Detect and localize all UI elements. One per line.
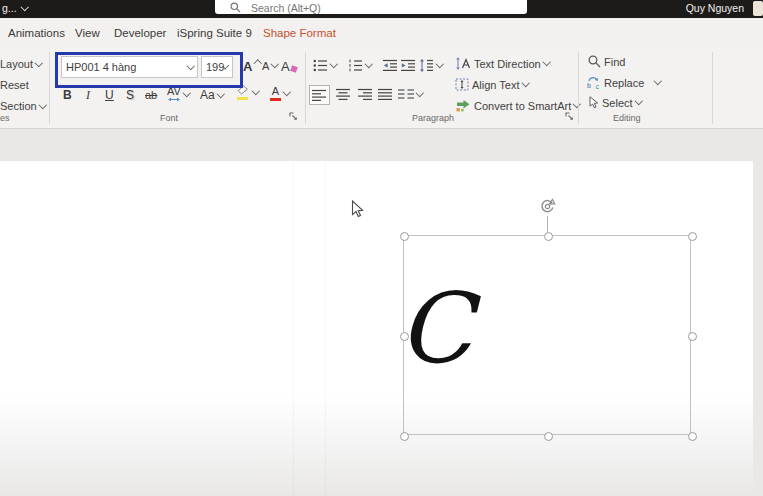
character-spacing-button[interactable]: AV [167, 86, 189, 102]
paragraph-dialog-launcher[interactable] [565, 112, 574, 121]
reset-button[interactable]: Reset [0, 79, 29, 91]
slide-guide-line [293, 161, 294, 496]
resize-handle-middle-right[interactable] [688, 332, 697, 341]
text-direction-button[interactable]: Text Direction [455, 57, 549, 70]
chevron-up-icon [254, 60, 262, 68]
textbox-selection[interactable] [403, 235, 691, 435]
slide-guide-line [325, 161, 326, 496]
user-name[interactable]: Quy Nguyen [686, 2, 744, 14]
file-menu-text: g... [2, 2, 17, 14]
chevron-down-icon [654, 77, 662, 85]
underline-button[interactable]: U [105, 88, 114, 102]
application-window: g... Quy Nguyen Animations View Develope… [0, 0, 763, 496]
chevron-down-icon [186, 62, 194, 70]
group-separator [305, 52, 306, 124]
tab-ispring-suite-9[interactable]: iSpring Suite 9 [177, 18, 252, 48]
rotation-handle[interactable] [538, 197, 557, 216]
svg-text:c: c [596, 83, 600, 90]
bullet-list-icon [313, 59, 328, 72]
increase-font-size-button[interactable]: A [243, 59, 261, 74]
line-spacing-button[interactable] [419, 59, 443, 72]
chevron-down-icon [183, 89, 191, 97]
search-input[interactable] [249, 0, 503, 16]
font-name-combobox[interactable]: HP001 4 hàng [61, 56, 198, 78]
font-color-button[interactable]: A [270, 86, 290, 101]
tab-developer[interactable]: Developer [114, 18, 166, 48]
chevron-down-icon [573, 100, 581, 108]
resize-handle-bottom-middle[interactable] [544, 432, 553, 441]
font-size-combobox[interactable]: 199 [201, 56, 233, 78]
tab-shape-format[interactable]: Shape Format [263, 18, 336, 48]
align-left-icon [312, 89, 327, 102]
resize-handle-bottom-right[interactable] [688, 432, 697, 441]
chevron-down-icon [283, 88, 291, 96]
align-text-button[interactable]: Align Text [455, 78, 528, 91]
ribbon-tab-bar: Animations View Developer iSpring Suite … [0, 18, 763, 48]
ribbon: Layout Reset Section es HP001 4 hàng 199… [0, 48, 763, 129]
align-text-icon [455, 78, 469, 91]
align-right-icon [358, 88, 373, 101]
increase-indent-icon [401, 59, 416, 72]
clear-formatting-button[interactable]: A [281, 59, 297, 74]
decrease-font-size-button[interactable]: A [262, 60, 278, 72]
columns-icon [398, 88, 414, 100]
text-shadow-button[interactable]: S [126, 88, 134, 102]
font-dialog-launcher[interactable] [289, 112, 298, 121]
chevron-down-icon [416, 89, 424, 97]
tab-view[interactable]: View [75, 18, 100, 48]
line-spacing-icon [419, 59, 434, 72]
align-center-button[interactable] [336, 88, 351, 101]
find-icon [588, 55, 601, 68]
highlight-color-bar [237, 97, 248, 100]
numbering-button[interactable] [348, 59, 372, 72]
font-group-label: Font [160, 113, 178, 123]
chevron-down-icon [543, 58, 551, 66]
font-color-bar [270, 98, 281, 101]
change-case-button[interactable]: Aa [200, 88, 223, 102]
bold-button[interactable]: B [63, 88, 72, 102]
strikethrough-button[interactable]: ab [145, 89, 157, 101]
convert-to-smartart-button[interactable]: Convert to SmartArt [455, 99, 580, 112]
group-separator [49, 52, 50, 124]
layout-button[interactable]: Layout [0, 58, 42, 70]
resize-handle-middle-left[interactable] [400, 332, 409, 341]
tab-animations[interactable]: Animations [8, 18, 65, 48]
resize-handle-bottom-left[interactable] [400, 432, 409, 441]
find-button[interactable]: Find [588, 55, 625, 68]
search-box[interactable] [215, 0, 527, 14]
text-direction-icon [455, 57, 471, 70]
slides-group-label: es [0, 113, 10, 123]
chevron-down-icon [365, 60, 373, 68]
chevron-down-icon [634, 97, 642, 105]
chevron-down-icon [217, 90, 225, 98]
chevron-down-icon [271, 60, 279, 68]
increase-indent-button[interactable] [401, 59, 416, 72]
italic-button[interactable]: I [86, 88, 90, 103]
columns-button[interactable] [398, 88, 423, 100]
justify-icon [378, 88, 393, 101]
avatar[interactable] [753, 1, 763, 16]
resize-handle-top-right[interactable] [688, 232, 697, 241]
smartart-icon [455, 99, 471, 112]
file-menu-label[interactable]: g... [2, 2, 27, 14]
group-separator [578, 52, 579, 124]
section-button[interactable]: Section [0, 100, 45, 112]
chevron-down-icon [35, 59, 43, 67]
align-left-button[interactable] [309, 85, 330, 105]
mouse-pointer-icon [351, 200, 364, 219]
decrease-indent-button[interactable] [383, 59, 398, 72]
bullets-button[interactable] [313, 59, 337, 72]
replace-button[interactable]: b c Replace [586, 76, 661, 89]
horizontal-arrows-icon [168, 97, 180, 102]
select-cursor-icon [588, 96, 599, 109]
resize-handle-top-left[interactable] [400, 232, 409, 241]
align-right-button[interactable] [358, 88, 373, 101]
select-button[interactable]: Select [588, 96, 641, 109]
editing-group-label: Editing [613, 113, 641, 123]
justify-button[interactable] [378, 88, 393, 101]
numbered-list-icon [348, 59, 363, 72]
resize-handle-top-middle[interactable] [544, 232, 553, 241]
chevron-down-icon [20, 3, 28, 11]
font-size-value: 199 [206, 61, 224, 73]
decrease-indent-icon [383, 59, 398, 72]
